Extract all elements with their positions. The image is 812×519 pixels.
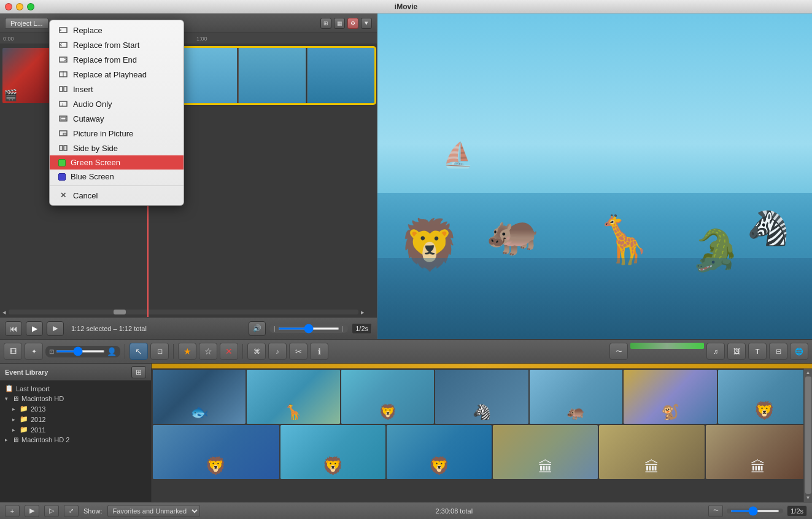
menu-item-sbs[interactable]: Side by Side [50,141,184,155]
scroll-left-arrow[interactable]: ◂ [2,308,6,316]
project-tab[interactable]: Project L... [5,18,48,29]
event-clip-5[interactable]: 🦛 [530,370,622,424]
library-item-mac-hd-2[interactable]: ▸ 🖥 Macintosh HD 2 [0,435,151,445]
event-clip-9[interactable]: 🦁 [280,425,385,479]
menu-item-insert[interactable]: Insert [50,82,184,96]
event-clip-12[interactable]: 🏛 [599,425,704,479]
status-skip-btn[interactable]: ▷ [44,505,59,517]
svg-rect-2 [60,42,67,47]
replace-at-playhead-label: Replace at Playhead [73,70,147,79]
library-item-mac-hd[interactable]: ▾ 🖥 Macintosh HD [0,394,151,404]
event-clip-10[interactable]: 🦁 [387,425,492,479]
menu-item-replace-at-playhead[interactable]: Replace at Playhead [50,67,184,82]
vol-btn[interactable]: 🔊 [249,321,266,336]
sbs-icon [58,143,68,153]
library-item-2012[interactable]: ▸ 📁 2012 [0,414,151,424]
status-right-controls: 〜 1/2s [708,505,807,517]
menu-item-audio-only[interactable]: ♪ Audio Only [50,96,184,111]
audio-snap-btn[interactable]: 〜 [708,505,723,517]
scroll-down-arrow[interactable]: ▼ [806,495,811,501]
event-clip-4[interactable]: 🦓 [435,370,528,424]
audio-waveform-btn[interactable]: 〜 [609,343,628,360]
last-import-icon: 📋 [5,384,14,392]
keyword-btn[interactable]: ⌘ [247,343,266,360]
status-zoom-range[interactable] [730,510,779,512]
project-settings-btn[interactable]: ⚙ [347,18,358,29]
svg-rect-17 [63,133,66,135]
event-clip-13[interactable]: 🏛 [706,425,811,479]
timeline-scroll-track[interactable] [9,310,358,314]
event-clip-8[interactable]: 🦁 [153,425,279,479]
transition-icon-btn[interactable]: ⊟ [769,343,787,360]
menu-item-replace-from-start[interactable]: Replace from Start [50,37,184,52]
event-clip-7[interactable]: 🦁 [718,370,811,424]
inspector-btn[interactable]: ℹ [310,343,328,360]
library-item-2013[interactable]: ▸ 📁 2013 [0,404,151,414]
sbs-label: Side by Side [73,144,118,153]
audio-only-icon: ♪ [58,99,68,109]
unfavorite-btn[interactable]: ☆ [199,343,217,360]
project-view-btn-2[interactable]: ▦ [334,18,345,29]
replace-icon [58,25,68,35]
library-item-last-import[interactable]: 📋 Last Import [0,383,151,394]
scroll-thumb[interactable] [805,377,811,494]
scroll-right-arrow[interactable]: ▸ [361,308,365,316]
event-clip-2[interactable]: 🦒 [247,370,339,424]
event-clip-6[interactable]: 🐒 [624,370,716,424]
select-tool-btn[interactable]: ↖ [130,343,148,360]
reject-btn[interactable]: ✕ [220,343,238,360]
menu-item-cutaway[interactable]: Cutaway [50,111,184,126]
play-button[interactable]: ▶ [26,321,43,336]
project-more-btn[interactable]: ▾ [361,18,372,29]
bottom-section: Event Library ⊞ 📋 Last Import ▾ 🖥 Macint… [0,364,812,502]
timeline-zoom-slider[interactable] [278,327,339,330]
text-icon-btn[interactable]: T [748,343,767,360]
svg-rect-19 [64,146,67,150]
play-fullscreen-button[interactable]: ▶ [47,321,64,336]
scroll-up-arrow[interactable]: ▲ [806,370,811,375]
thumbnail-slider[interactable] [56,350,105,353]
menu-item-replace[interactable]: Replace [50,23,184,37]
last-import-label: Last Import [16,385,50,392]
menu-item-pip[interactable]: Picture in Picture [50,126,184,141]
rewind-button[interactable]: ⏮ [5,321,22,336]
menu-item-cancel[interactable]: ✕ Cancel [50,188,184,203]
time-mark-100: 1:00 [196,36,207,42]
project-view-btn-1[interactable]: ⊞ [320,18,331,29]
music-icon-btn[interactable]: ♬ [706,343,725,360]
timeline-scroll-handle[interactable] [114,310,126,314]
event-library-view-btn[interactable]: ⊞ [131,366,146,378]
status-add-btn[interactable]: + [5,505,20,517]
event-clip-1[interactable]: 🐟 [153,370,246,424]
audio-adj-btn[interactable]: ♪ [268,343,287,360]
cutaway-icon [58,114,68,123]
window-controls [5,3,34,10]
trim-btn[interactable]: ✂ [289,343,307,360]
pip-icon [58,128,68,138]
menu-item-blue-screen[interactable]: Blue Screen [50,170,184,184]
event-clip-3[interactable]: 🦁 [341,370,434,424]
events-view-btn[interactable]: 🎞 [4,343,22,360]
menu-item-replace-from-end[interactable]: Replace from End [50,52,184,67]
minimize-button[interactable] [16,3,23,10]
favorite-btn[interactable]: ★ [178,343,196,360]
mac-hd-2-icon: 🖥 [12,436,19,443]
event-clip-11[interactable]: 🏛 [493,425,598,479]
library-item-2011[interactable]: ▸ 📁 2011 [0,424,151,435]
maximize-button[interactable] [27,3,34,10]
status-play-btn[interactable]: ▶ [25,505,39,517]
events-star-btn[interactable]: ✦ [25,343,43,360]
crop-tool-btn[interactable]: ⊡ [150,343,169,360]
green-screen-dot [58,159,66,166]
status-fullscreen-btn[interactable]: ⤢ [64,505,79,517]
status-zoom-slider [727,509,783,513]
insert-label: Insert [73,85,93,94]
web-icon-btn[interactable]: 🌐 [790,343,808,360]
filter-select[interactable]: Favorites and Unmarked [107,505,200,517]
selection-strip [152,364,812,369]
total-time-display: 2:30:08 total [205,507,704,515]
menu-item-green-screen[interactable]: Green Screen [50,155,184,170]
right-scrollbar: ▲ ▼ [803,369,812,502]
photo-icon-btn[interactable]: 🖼 [727,343,746,360]
close-button[interactable] [5,3,12,10]
